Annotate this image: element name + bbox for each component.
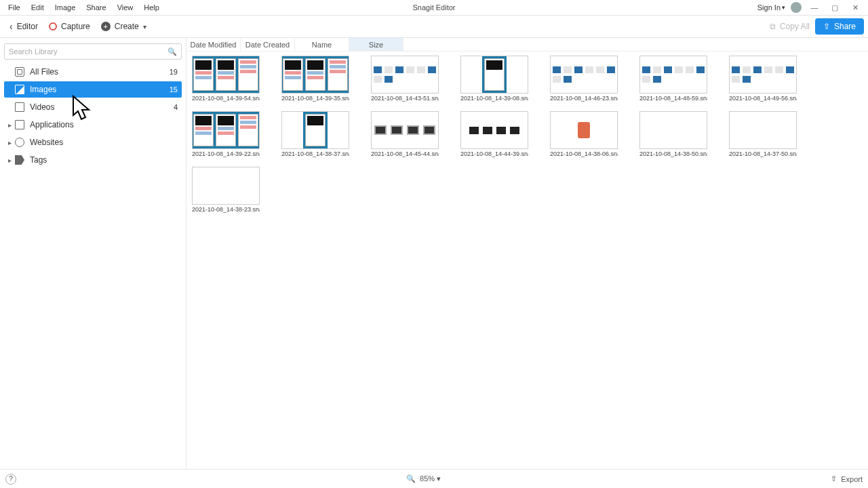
file-name: 2021-10-08_14-49-56.snagx (729, 95, 797, 102)
file-item[interactable]: 2021-10-08_14-38-23.snagx (192, 167, 260, 213)
menu-image[interactable]: Image (50, 2, 81, 13)
images-icon (15, 85, 24, 94)
sidebar-item-websites[interactable]: ▸ Websites (4, 134, 182, 150)
thumbnail (639, 56, 707, 94)
sort-tabs: Date Modified Date Created Name Size (186, 38, 868, 52)
sidebar-item-applications[interactable]: ▸ Applications (4, 117, 182, 133)
thumbnail (460, 56, 528, 94)
file-name: 2021-10-08_14-38-06.snagx (550, 150, 618, 157)
thumbnail (192, 111, 260, 149)
file-name: 2021-10-08_14-38-50.snagx (639, 150, 707, 157)
share-icon: ⇧ (823, 22, 830, 31)
menu-edit[interactable]: Edit (26, 2, 50, 13)
thumbnail (371, 56, 439, 94)
copy-all-button[interactable]: ⧉Copy All (764, 19, 815, 34)
applications-icon (15, 120, 24, 129)
file-item[interactable]: 2021-10-08_14-43-51.snagx (371, 56, 439, 102)
sort-date-created[interactable]: Date Created (241, 38, 295, 51)
thumbnail (281, 56, 349, 94)
sort-name[interactable]: Name (295, 38, 349, 51)
file-name: 2021-10-08_14-46-23.snagx (550, 95, 618, 102)
close-button[interactable]: ✕ (848, 1, 863, 14)
file-item[interactable]: 2021-10-08_14-38-06.snagx (550, 111, 618, 157)
thumbnail (550, 56, 618, 94)
toolbar: ‹Editor Capture +Create▾ ⧉Copy All ⇧Shar… (0, 15, 868, 38)
menu-file[interactable]: File (3, 2, 26, 13)
file-item[interactable]: 2021-10-08_14-46-23.snagx (550, 56, 618, 102)
sidebar-item-all-files[interactable]: All Files19 (4, 64, 182, 80)
file-item[interactable]: 2021-10-08_14-49-56.snagx (729, 56, 797, 102)
thumbnail (371, 111, 439, 149)
export-button[interactable]: ⇧Export (831, 474, 863, 483)
file-name: 2021-10-08_14-44-39.snagx (460, 150, 528, 157)
share-button[interactable]: ⇧Share (815, 18, 864, 35)
tags-icon (15, 155, 24, 165)
file-item[interactable]: 2021-10-08_14-38-37.snagx (281, 111, 349, 157)
file-name: 2021-10-08_14-39-35.snagx (281, 95, 349, 102)
sidebar-item-images[interactable]: Images15 (4, 81, 182, 98)
thumbnail (729, 56, 797, 94)
content-area: Date Modified Date Created Name Size 202… (186, 38, 868, 469)
file-name: 2021-10-08_14-39-08.snagx (460, 95, 528, 102)
file-name: 2021-10-08_14-43-51.snagx (371, 95, 439, 102)
thumbnail (192, 56, 260, 94)
file-item[interactable]: 2021-10-08_14-48-59.snagx (639, 56, 707, 102)
all-files-icon (15, 67, 24, 77)
file-name: 2021-10-08_14-38-37.snagx (281, 150, 349, 157)
websites-icon (15, 138, 24, 147)
thumbnail (550, 111, 618, 149)
zoom-level[interactable]: 85% ▾ (420, 474, 441, 483)
thumbnail (460, 111, 528, 149)
account-icon[interactable] (791, 2, 802, 13)
status-bar: ? 🔍 85% ▾ ⇧Export (0, 469, 868, 488)
app-title: Snagit Editor (413, 3, 456, 12)
sidebar-item-tags[interactable]: ▸ Tags (4, 152, 182, 168)
menu-view[interactable]: View (112, 2, 139, 13)
create-button[interactable]: +Create▾ (96, 19, 152, 34)
search-icon: 🔍 (167, 47, 177, 56)
thumbnail (281, 111, 349, 149)
file-name: 2021-10-08_14-39-54.snagx (192, 95, 260, 102)
file-name: 2021-10-08_14-37-50.snagx (729, 150, 797, 157)
menubar: File Edit Image Share View Help Snagit E… (0, 0, 868, 15)
file-name: 2021-10-08_14-45-44.snagx (371, 150, 439, 157)
file-item[interactable]: 2021-10-08_14-39-08.snagx (460, 56, 528, 102)
thumbnail (639, 111, 707, 149)
minimize-button[interactable]: — (807, 1, 822, 14)
editor-back-button[interactable]: ‹Editor (4, 18, 43, 35)
videos-icon (15, 102, 24, 112)
copy-icon: ⧉ (770, 22, 776, 31)
sign-in-button[interactable]: Sign In▾ (757, 3, 785, 12)
file-item[interactable]: 2021-10-08_14-39-22.snagx (192, 111, 260, 157)
file-item[interactable]: 2021-10-08_14-45-44.snagx (371, 111, 439, 157)
maximize-button[interactable]: ▢ (827, 1, 842, 14)
file-name: 2021-10-08_14-39-22.snagx (192, 150, 260, 157)
file-name: 2021-10-08_14-38-23.snagx (192, 206, 260, 213)
file-item[interactable]: 2021-10-08_14-37-50.snagx (729, 111, 797, 157)
sidebar-item-videos[interactable]: Videos4 (4, 99, 182, 115)
file-item[interactable]: 2021-10-08_14-38-50.snagx (639, 111, 707, 157)
file-item[interactable]: 2021-10-08_14-44-39.snagx (460, 111, 528, 157)
menu-share[interactable]: Share (81, 2, 111, 13)
export-icon: ⇧ (831, 474, 837, 483)
file-name: 2021-10-08_14-48-59.snagx (639, 95, 707, 102)
file-item[interactable]: 2021-10-08_14-39-54.snagx (192, 56, 260, 102)
help-button[interactable]: ? (5, 474, 16, 485)
file-item[interactable]: 2021-10-08_14-39-35.snagx (281, 56, 349, 102)
sort-size[interactable]: Size (349, 38, 403, 51)
thumbnail (729, 111, 797, 149)
capture-button[interactable]: Capture (43, 19, 96, 34)
search-input[interactable]: Search Library 🔍 (4, 43, 182, 60)
thumbnail (192, 167, 260, 205)
sort-date-modified[interactable]: Date Modified (186, 38, 241, 51)
menu-help[interactable]: Help (138, 2, 165, 13)
zoom-search-icon[interactable]: 🔍 (406, 474, 416, 483)
sidebar: Search Library 🔍 All Files19 Images15 Vi… (0, 38, 186, 469)
